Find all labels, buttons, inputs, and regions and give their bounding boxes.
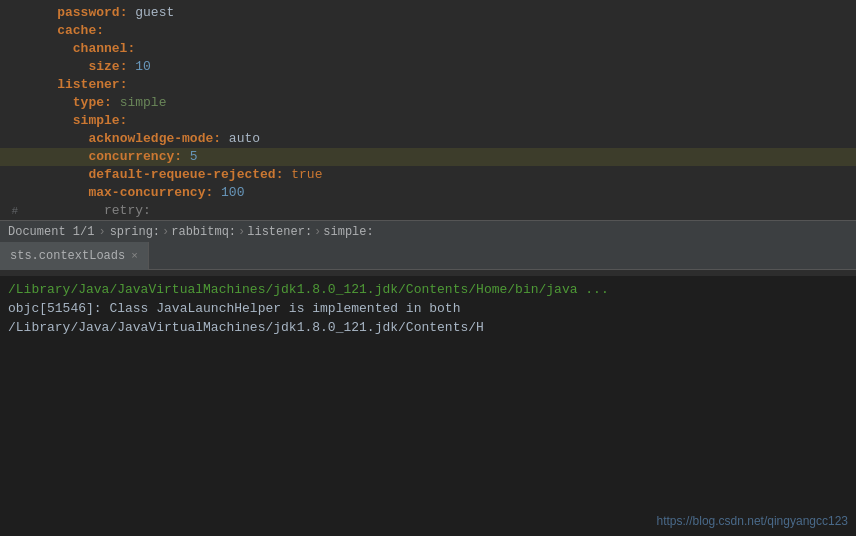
line-content: retry: — [22, 202, 856, 220]
line-content: concurrency: 5 — [22, 148, 856, 166]
yaml-key: listener: — [57, 77, 127, 92]
line-content: listener: — [22, 76, 856, 94]
yaml-value: auto — [229, 131, 260, 146]
status-bar: Document 1/1 › spring: › rabbitmq: › lis… — [0, 220, 856, 242]
crumb-simple: simple: — [323, 225, 373, 239]
line-content: channel: — [22, 40, 856, 58]
yaml-key: type: — [73, 95, 120, 110]
editor-line: default-requeue-rejected: true — [0, 166, 856, 184]
yaml-key: cache: — [57, 23, 104, 38]
document-info: Document 1/1 — [8, 225, 94, 239]
yaml-key: max-concurrency: — [88, 185, 221, 200]
tab-close-button[interactable]: × — [131, 250, 138, 262]
line-content: password: guest — [22, 4, 856, 22]
yaml-key: default-requeue-rejected: — [88, 167, 291, 182]
editor-line: size: 10 — [0, 58, 856, 76]
run-content: /Library/Java/JavaVirtualMachines/jdk1.8… — [0, 276, 856, 341]
crumb-rabbitmq: rabbitmq: — [171, 225, 236, 239]
line-content: simple: — [22, 112, 856, 130]
yaml-value-num: 10 — [135, 59, 151, 74]
editor-area: password: guest cache: channel: size: 10… — [0, 0, 856, 220]
editor-line: listener: — [0, 76, 856, 94]
yaml-comment: retry: — [104, 203, 151, 218]
line-content: type: simple — [22, 94, 856, 112]
line-content: cache: — [22, 22, 856, 40]
editor-tab[interactable]: sts.contextLoads× — [0, 242, 149, 270]
editor-line: acknowledge-mode: auto — [0, 130, 856, 148]
yaml-value-bool: true — [291, 167, 322, 182]
yaml-value-num: 100 — [221, 185, 244, 200]
editor-line: concurrency: 5 — [0, 148, 856, 166]
yaml-key: channel: — [73, 41, 135, 56]
yaml-key: simple: — [73, 113, 128, 128]
breadcrumb-sep: › — [98, 225, 105, 239]
yaml-key: size: — [88, 59, 135, 74]
run-line-1: /Library/Java/JavaVirtualMachines/jdk1.8… — [8, 280, 848, 299]
editor-line: # retry: — [0, 202, 856, 220]
yaml-key: concurrency: — [88, 149, 189, 164]
editor-line: channel: — [0, 40, 856, 58]
crumb-listener: listener: — [247, 225, 312, 239]
line-content: max-concurrency: 100 — [22, 184, 856, 202]
breadcrumb: spring: › rabbitmq: › listener: › simple… — [110, 225, 374, 239]
yaml-value-num: 5 — [190, 149, 198, 164]
yaml-key: acknowledge-mode: — [88, 131, 228, 146]
yaml-key: password: — [57, 5, 135, 20]
editor-line: cache: — [0, 22, 856, 40]
editor-line: max-concurrency: 100 — [0, 184, 856, 202]
tabs-bar: sts.contextLoads× — [0, 242, 856, 270]
editor-line: password: guest — [0, 4, 856, 22]
run-area: /Library/Java/JavaVirtualMachines/jdk1.8… — [0, 270, 856, 536]
editor-line: simple: — [0, 112, 856, 130]
line-content: acknowledge-mode: auto — [22, 130, 856, 148]
run-line-2: objc[51546]: Class JavaLaunchHelper is i… — [8, 299, 848, 337]
line-content: size: 10 — [22, 58, 856, 76]
line-gutter: # — [0, 202, 22, 220]
watermark: https://blog.csdn.net/qingyangcc123 — [657, 514, 848, 528]
yaml-value: guest — [135, 5, 174, 20]
editor-line: type: simple — [0, 94, 856, 112]
tab-label: sts.contextLoads — [10, 249, 125, 263]
yaml-value-str: simple — [120, 95, 167, 110]
line-content: default-requeue-rejected: true — [22, 166, 856, 184]
crumb-spring: spring: — [110, 225, 160, 239]
